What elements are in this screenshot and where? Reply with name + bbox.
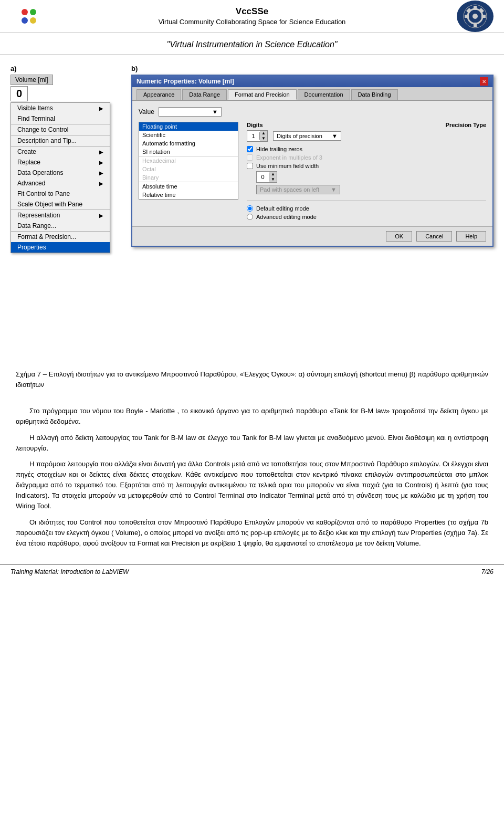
use-minimum-field-label: Use minimum field width [256, 163, 319, 169]
precision-type-label: Precision Type [446, 122, 486, 128]
field-width-value: 0 [257, 173, 269, 181]
logo-dots [22, 9, 36, 24]
menu-item-create[interactable]: Create ▶ [11, 146, 110, 157]
menu-item-format-precision[interactable]: Format & Precision... [11, 232, 110, 242]
header-text: VccSSe Virtual Community Collaborating S… [159, 6, 346, 26]
digits-spinbox-value: 1 [247, 132, 260, 140]
menu-item-scale-object[interactable]: Scale Object with Pane [11, 199, 110, 210]
help-button[interactable]: Help [456, 231, 486, 242]
submenu-arrow-rep: ▶ [99, 213, 103, 218]
submenu-arrow-replace: ▶ [99, 160, 103, 165]
menu-item-change-to-control[interactable]: Change to Control [11, 124, 110, 135]
hide-trailing-zeros-checkbox[interactable] [247, 146, 253, 152]
menu-item-find-terminal[interactable]: Find Terminal [11, 113, 110, 124]
pad-row: Pad with spaces on left ▼ [247, 185, 486, 194]
properties-dialog: Numeric Properties: Volume [ml] ✕ Appear… [131, 75, 494, 247]
format-absolute-time[interactable]: Absolute time [139, 182, 238, 191]
dialog-footer: OK Cancel Help [132, 226, 492, 246]
dot-red [22, 9, 28, 15]
screenshot-b: b) Numeric Properties: Volume [ml] ✕ App… [131, 65, 494, 247]
tab-format-precision[interactable]: Format and Precision [228, 89, 297, 100]
format-scientific[interactable]: Scientific [139, 131, 238, 139]
body-para-2: Η αλλαγή από δείκτη λειτουργίας του Tank… [16, 433, 488, 454]
precision-col: Digits Precision Type 1 ▲ ▼ [247, 122, 486, 220]
format-list: Floating point Scientific Automatic form… [139, 122, 238, 200]
menu-item-data-ops[interactable]: Data Operations ▶ [11, 168, 110, 178]
exponent-multiples-checkbox[interactable] [247, 154, 253, 161]
value-label: Value [139, 108, 154, 116]
dialog-tabs: Appearance Data Range Format and Precisi… [132, 87, 492, 101]
default-editing-radio[interactable] [247, 205, 253, 212]
tab-data-range[interactable]: Data Range [182, 89, 227, 100]
dot-yellow [30, 17, 36, 24]
default-editing-label: Default editing mode [256, 205, 309, 212]
spinbox-buttons: ▲ ▼ [260, 131, 267, 141]
value-dropdown[interactable]: ▼ [159, 107, 222, 117]
hide-trailing-zeros-label: Hide trailing zeros [256, 146, 302, 152]
fw-spinbox-up[interactable]: ▲ [269, 172, 277, 177]
logo-left [10, 1, 47, 32]
ok-button[interactable]: OK [386, 231, 412, 242]
dialog-titlebar: Numeric Properties: Volume [ml] ✕ [132, 76, 492, 87]
tab-data-binding[interactable]: Data Binding [351, 89, 398, 100]
menu-item-fit-control[interactable]: Fit Control to Pane [11, 189, 110, 199]
menu-item-visible-items[interactable]: Visible Items ▶ [11, 103, 110, 113]
field-width-spinbox[interactable]: 0 ▲ ▼ [256, 171, 277, 183]
exponent-multiples-row: Exponent in multiples of 3 [247, 154, 486, 161]
menu-item-advanced[interactable]: Advanced ▶ [11, 178, 110, 189]
svg-rect-5 [465, 15, 469, 18]
advanced-editing-label: Advanced editing mode [256, 214, 317, 220]
digits-spinbox[interactable]: 1 ▲ ▼ [247, 130, 268, 142]
submenu-arrow: ▶ [99, 106, 103, 111]
page-italic-title: "Virtual Instrumentation in Science Educ… [0, 33, 504, 55]
format-octal[interactable]: Octal [139, 165, 238, 173]
dialog-body: Value ▼ Floating point Scientific Automa… [132, 101, 492, 226]
footer-left: Training Material: Introduction to LabVI… [10, 568, 129, 575]
fw-spinbox-buttons: ▲ ▼ [269, 172, 277, 182]
volume-value: 0 [10, 86, 28, 101]
precision-type-dropdown[interactable]: Digits of precision ▼ [273, 131, 341, 141]
pad-label: Pad with spaces on left [260, 186, 319, 193]
format-automatic[interactable]: Automatic formatting [139, 139, 238, 148]
submenu-arrow-create: ▶ [99, 149, 103, 155]
precision-dropdown-value: Digits of precision [277, 133, 322, 139]
spinbox-up[interactable]: ▲ [260, 131, 267, 136]
tab-documentation[interactable]: Documentation [298, 89, 350, 100]
cancel-button[interactable]: Cancel [416, 231, 452, 242]
format-binary[interactable]: Binary [139, 173, 238, 182]
digits-section: Digits Precision Type 1 ▲ ▼ [247, 122, 486, 142]
header-title: VccSSe [159, 6, 346, 17]
menu-item-representation[interactable]: Representation ▶ [11, 210, 110, 221]
dialog-title: Numeric Properties: Volume [ml] [136, 78, 234, 85]
body-text: Στο πρόγραμμα του νόμου του Boyle - Mari… [0, 401, 504, 559]
format-hex[interactable]: Hexadecimal [139, 156, 238, 165]
label-a: a) [10, 65, 17, 72]
digits-row: Digits Precision Type [247, 122, 486, 128]
fw-spinbox-down[interactable]: ▼ [269, 177, 277, 182]
exponent-multiples-label: Exponent in multiples of 3 [256, 154, 322, 161]
dialog-close-button[interactable]: ✕ [480, 77, 488, 86]
use-minimum-field-checkbox[interactable] [247, 163, 253, 169]
spinbox-down[interactable]: ▼ [260, 136, 267, 141]
format-floating-point[interactable]: Floating point [139, 122, 238, 131]
field-width-row: 0 ▲ ▼ [247, 171, 486, 183]
format-si[interactable]: SI notation [139, 148, 238, 156]
tab-appearance[interactable]: Appearance [136, 89, 181, 100]
logo-right [457, 1, 494, 32]
body-para-4: Οι ιδιότητες του Control που τοποθετείτα… [16, 517, 488, 549]
svg-rect-4 [474, 23, 477, 27]
menu-item-description[interactable]: Description and Tip... [11, 135, 110, 146]
header-subtitle: Virtual Community Collaborating Space fo… [159, 18, 346, 26]
format-relative-time[interactable]: Relative time [139, 191, 238, 199]
menu-item-data-range[interactable]: Data Range... [11, 221, 110, 232]
menu-item-properties[interactable]: Properties [11, 242, 110, 253]
menu-item-replace[interactable]: Replace ▶ [11, 157, 110, 168]
pad-dropdown[interactable]: Pad with spaces on left ▼ [256, 185, 340, 194]
page-footer: Training Material: Introduction to LabVI… [0, 564, 504, 579]
body-para-1: Στο πρόγραμμα του νόμου του Boyle - Mari… [16, 406, 488, 427]
format-list-col: Floating point Scientific Automatic form… [139, 122, 238, 220]
dialog-columns: Floating point Scientific Automatic form… [139, 122, 486, 220]
default-editing-radio-row: Default editing mode [247, 205, 486, 212]
advanced-editing-radio[interactable] [247, 214, 253, 220]
label-b: b) [131, 65, 494, 72]
